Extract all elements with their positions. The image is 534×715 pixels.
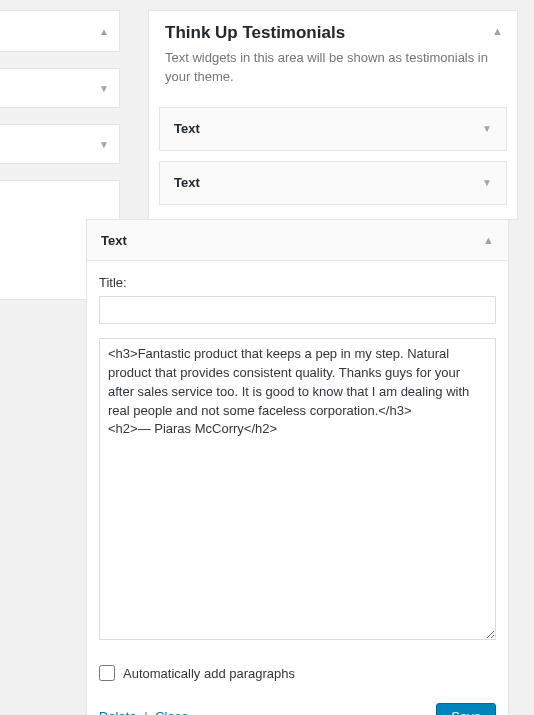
widget-item-label: Text — [174, 121, 200, 136]
sidebar-box[interactable]: ▼ — [0, 124, 120, 164]
caret-down-icon: ▼ — [99, 83, 109, 94]
editor-footer: Delete | Close Save — [99, 703, 496, 715]
widget-area-header[interactable]: Think Up Testimonials ▲ Text widgets in … — [149, 11, 517, 97]
widget-area-panel: Think Up Testimonials ▲ Text widgets in … — [148, 10, 518, 220]
autop-label[interactable]: Automatically add paragraphs — [123, 666, 295, 681]
widget-area-body: Text ▼ Text ▼ — [149, 107, 517, 219]
caret-down-icon: ▼ — [482, 123, 492, 134]
autop-checkbox[interactable] — [99, 665, 115, 681]
delete-link[interactable]: Delete — [99, 709, 137, 716]
caret-down-icon: ▼ — [482, 177, 492, 188]
widget-area-description: Text widgets in this area will be shown … — [165, 49, 501, 87]
caret-up-icon: ▲ — [99, 26, 109, 37]
autop-row: Automatically add paragraphs — [99, 665, 496, 681]
separator: | — [144, 709, 147, 716]
content-textarea[interactable] — [99, 338, 496, 640]
widget-item[interactable]: Text ▼ — [159, 107, 507, 151]
save-button[interactable]: Save — [436, 703, 496, 715]
widget-item[interactable]: Text ▼ — [159, 161, 507, 205]
widget-editor-title: Text — [101, 233, 127, 248]
widget-editor-header[interactable]: Text ▲ — [87, 220, 508, 261]
widget-editor-body: Title: Automatically add paragraphs Dele… — [87, 261, 508, 715]
widget-editor-panel: Text ▲ Title: Automatically add paragrap… — [86, 219, 509, 715]
caret-down-icon: ▼ — [99, 139, 109, 150]
sidebar-box[interactable]: ▼ — [0, 68, 120, 108]
widget-item-label: Text — [174, 175, 200, 190]
close-link[interactable]: Close — [155, 709, 188, 716]
widget-area-title: Think Up Testimonials — [165, 23, 501, 43]
title-input[interactable] — [99, 296, 496, 324]
editor-links: Delete | Close — [99, 709, 188, 716]
caret-up-icon: ▲ — [492, 25, 503, 37]
title-field-label: Title: — [99, 275, 496, 290]
caret-up-icon: ▲ — [483, 234, 494, 246]
sidebar-box[interactable]: ▲ — [0, 10, 120, 52]
